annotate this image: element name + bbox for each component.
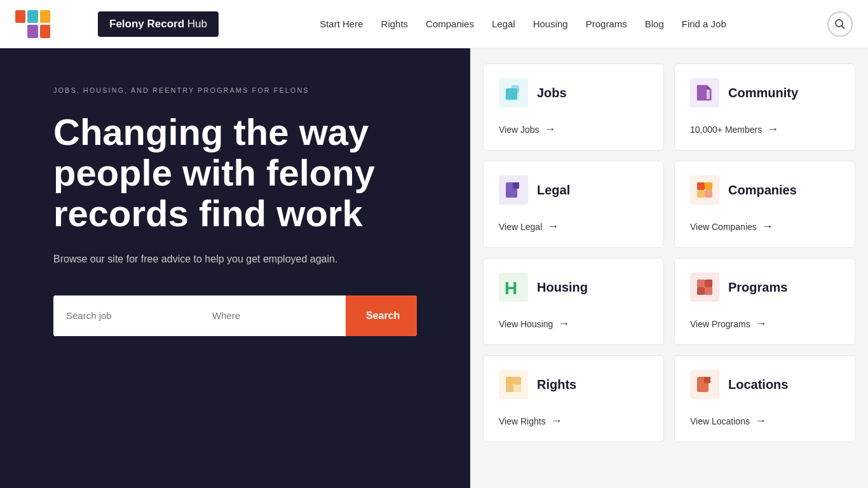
nav-rights[interactable]: Rights: [381, 18, 409, 29]
logo-sq5: [27, 25, 37, 38]
rights-arrow: →: [551, 414, 562, 428]
locations-card-title: Locations: [728, 377, 788, 392]
card-housing-header: H Housing: [499, 273, 648, 302]
svg-rect-9: [705, 182, 712, 190]
nav-housing[interactable]: Housing: [533, 18, 568, 29]
svg-rect-11: [705, 190, 712, 198]
search-icon-button[interactable]: [827, 11, 853, 37]
logo-brand: Felony Record: [109, 18, 184, 30]
logo-area[interactable]: Felony Record Hub: [15, 6, 219, 42]
legal-card-link[interactable]: View Legal →: [499, 220, 648, 233]
hero-panel: JOBS, HOUSING, AND REENTRY PROGRAMS FOR …: [0, 48, 470, 488]
legal-arrow: →: [547, 220, 559, 233]
svg-rect-5: [698, 86, 707, 100]
housing-icon-bg: H: [499, 273, 528, 302]
svg-rect-8: [697, 182, 705, 190]
card-rights[interactable]: Rights View Rights →: [483, 355, 664, 442]
main-nav: Start Here Rights Companies Legal Housin…: [320, 18, 726, 29]
nav-companies[interactable]: Companies: [426, 18, 474, 29]
programs-card-title: Programs: [728, 280, 787, 295]
nav-legal[interactable]: Legal: [492, 18, 515, 29]
card-programs-header: Programs: [690, 273, 839, 302]
programs-arrow: →: [756, 317, 767, 330]
rights-card-link[interactable]: View Rights →: [499, 414, 648, 428]
cards-grid: Jobs View Jobs →: [483, 64, 855, 442]
svg-rect-22: [704, 377, 710, 383]
logo-sq2: [27, 10, 37, 24]
locations-card-link[interactable]: View Locations →: [690, 414, 839, 428]
svg-rect-19: [506, 384, 513, 392]
card-programs[interactable]: Programs View Programs →: [674, 258, 855, 345]
cards-panel: Jobs View Jobs →: [470, 48, 868, 488]
housing-icon: H: [503, 278, 524, 297]
svg-rect-15: [697, 287, 705, 295]
logo-suffix: Hub: [184, 18, 207, 30]
logo-sq4: [15, 25, 25, 38]
card-locations-header: Locations: [690, 370, 839, 399]
programs-card-link[interactable]: View Programs →: [690, 317, 839, 330]
logo-sq6: [40, 25, 50, 38]
companies-link-label: View Companies: [690, 222, 757, 232]
svg-text:H: H: [505, 278, 517, 297]
svg-rect-17: [506, 377, 513, 384]
nav-find-a-job[interactable]: Find a Job: [682, 18, 726, 29]
search-bar: Search: [53, 295, 417, 336]
card-jobs[interactable]: Jobs View Jobs →: [483, 64, 664, 151]
search-where-input[interactable]: [200, 295, 346, 336]
search-button[interactable]: Search: [346, 295, 417, 336]
card-locations[interactable]: Locations View Locations →: [674, 355, 855, 442]
hero-subtitle: Browse our site for free advice to help …: [53, 251, 417, 268]
main-layout: JOBS, HOUSING, AND REENTRY PROGRAMS FOR …: [0, 48, 868, 488]
companies-icon-bg: [690, 175, 719, 205]
legal-icon-bg: [499, 175, 528, 205]
housing-card-link[interactable]: View Housing →: [499, 317, 648, 330]
card-companies[interactable]: Companies View Companies →: [674, 161, 855, 248]
svg-point-0: [836, 20, 843, 27]
legal-icon: [504, 180, 523, 200]
community-card-link[interactable]: 10,000+ Members →: [690, 123, 839, 136]
jobs-arrow: →: [545, 123, 556, 136]
locations-icon-bg: [690, 370, 719, 399]
companies-card-link[interactable]: View Companies →: [690, 220, 839, 233]
card-legal-header: Legal: [499, 175, 648, 205]
jobs-icon: [504, 83, 523, 102]
svg-rect-14: [705, 280, 712, 287]
search-icon: [834, 18, 846, 30]
locations-icon: [695, 375, 714, 394]
card-housing[interactable]: H Housing View Housing →: [483, 258, 664, 345]
locations-arrow: →: [755, 414, 766, 428]
jobs-card-link[interactable]: View Jobs →: [499, 123, 648, 136]
search-job-input[interactable]: [53, 295, 200, 336]
card-companies-header: Companies: [690, 175, 839, 205]
svg-rect-16: [705, 287, 712, 295]
nav-blog[interactable]: Blog: [645, 18, 664, 29]
rights-card-title: Rights: [537, 377, 576, 392]
legal-link-label: View Legal: [499, 222, 542, 232]
nav-start-here[interactable]: Start Here: [320, 18, 363, 29]
nav-programs[interactable]: Programs: [586, 18, 627, 29]
rights-icon: [504, 375, 523, 394]
companies-icon: [695, 180, 714, 200]
programs-link-label: View Programs: [690, 319, 750, 329]
community-link-label: 10,000+ Members: [690, 125, 762, 135]
logo-squares: [15, 10, 50, 38]
card-legal[interactable]: Legal View Legal →: [483, 161, 664, 248]
community-icon-bg: [690, 78, 719, 107]
companies-arrow: →: [762, 220, 773, 233]
community-card-title: Community: [728, 86, 798, 100]
housing-link-label: View Housing: [499, 319, 553, 329]
rights-icon-bg: [499, 370, 528, 399]
community-icon: [695, 83, 714, 102]
legal-card-title: Legal: [537, 183, 570, 198]
svg-rect-4: [512, 85, 519, 93]
jobs-card-title: Jobs: [537, 86, 567, 100]
svg-rect-18: [513, 377, 521, 384]
card-jobs-header: Jobs: [499, 78, 648, 107]
svg-rect-10: [697, 190, 705, 198]
community-arrow: →: [767, 123, 778, 136]
locations-link-label: View Locations: [690, 416, 750, 426]
hero-title: Changing the way people with felony reco…: [53, 112, 417, 233]
logo-sq1: [15, 10, 25, 24]
card-community[interactable]: Community 10,000+ Members →: [674, 64, 855, 151]
logo-text: Felony Record Hub: [98, 11, 219, 37]
